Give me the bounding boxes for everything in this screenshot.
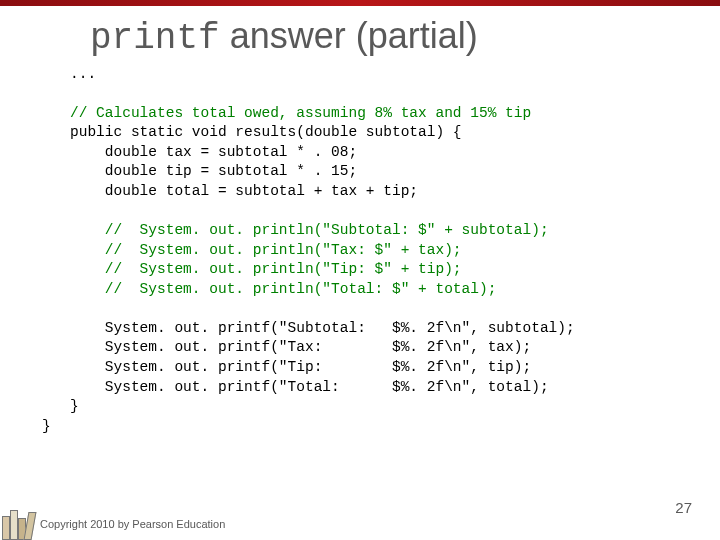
closing-brace: }	[42, 417, 680, 437]
code-line: double tax = subtotal * . 08;	[70, 144, 357, 160]
slide-title: printf answer (partial)	[90, 16, 680, 59]
code-comment: // Calculates total owed, assuming 8% ta…	[70, 105, 531, 121]
slide-body: printf answer (partial) ... // Calculate…	[0, 6, 720, 540]
page-number: 27	[675, 499, 692, 516]
code-comment: // System. out. println("Total: $" + tot…	[70, 281, 496, 297]
code-line: double tip = subtotal * . 15;	[70, 163, 357, 179]
code-line: System. out. printf("Tax: $%. 2f\n", tax…	[70, 339, 531, 355]
code-line: System. out. printf("Total: $%. 2f\n", t…	[70, 379, 549, 395]
code-comment: // System. out. println("Tip: $" + tip);	[70, 261, 462, 277]
code-line: }	[70, 398, 79, 414]
code-block: ... // Calculates total owed, assuming 8…	[70, 65, 680, 417]
title-rest: answer (partial)	[220, 15, 478, 56]
code-line: System. out. printf("Subtotal: $%. 2f\n"…	[70, 320, 575, 336]
code-line: public static void results(double subtot…	[70, 124, 462, 140]
code-comment: // System. out. println("Subtotal: $" + …	[70, 222, 549, 238]
code-area: ... // Calculates total owed, assuming 8…	[70, 65, 680, 437]
books-icon	[0, 504, 36, 540]
title-mono: printf	[90, 18, 220, 59]
code-line: ...	[70, 66, 96, 82]
copyright-footer: Copyright 2010 by Pearson Education	[40, 518, 225, 530]
code-line: System. out. printf("Tip: $%. 2f\n", tip…	[70, 359, 531, 375]
code-comment: // System. out. println("Tax: $" + tax);	[70, 242, 462, 258]
code-line: double total = subtotal + tax + tip;	[70, 183, 418, 199]
